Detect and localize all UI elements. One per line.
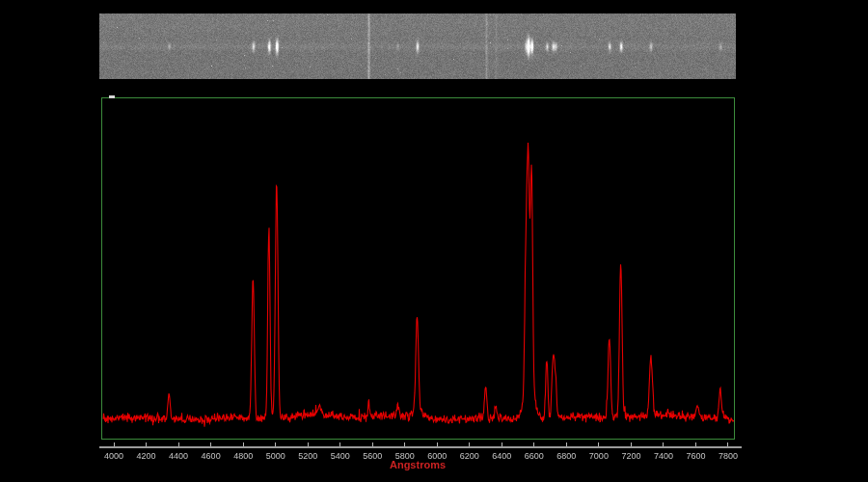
- x-tick-label-4000: 4000: [97, 451, 130, 461]
- x-tick-5000: [275, 442, 276, 446]
- x-axis-title: Angstroms: [369, 459, 466, 470]
- x-tick-label-6600: 6600: [518, 451, 551, 461]
- x-tick-4200: [146, 442, 147, 446]
- x-tick-label-7600: 7600: [679, 451, 712, 461]
- x-tick-label-4200: 4200: [130, 451, 163, 461]
- x-tick-6600: [533, 442, 534, 446]
- x-tick-label-7000: 7000: [583, 451, 615, 461]
- x-tick-4400: [178, 442, 179, 446]
- x-tick-4800: [243, 442, 244, 446]
- x-tick-6800: [566, 442, 567, 446]
- x-tick-label-5400: 5400: [324, 451, 357, 461]
- x-tick-label-4800: 4800: [227, 451, 259, 461]
- x-tick-label-7200: 7200: [614, 451, 647, 461]
- x-tick-6200: [469, 442, 470, 446]
- x-tick-label-5200: 5200: [291, 451, 324, 461]
- x-tick-4600: [210, 442, 211, 446]
- x-tick-label-4600: 4600: [195, 451, 228, 461]
- spectrum-trace: [103, 143, 734, 427]
- x-tick-5600: [372, 442, 373, 446]
- x-tick-label-6800: 6800: [550, 451, 583, 461]
- x-tick-label-4400: 4400: [162, 451, 195, 461]
- x-tick-7800: [727, 442, 728, 446]
- x-tick-label-7400: 7400: [647, 451, 680, 461]
- x-tick-7200: [631, 442, 632, 446]
- spectroscopy-app-screen: 4000420044004600480050005200540056005800…: [0, 0, 868, 482]
- x-tick-7000: [598, 442, 599, 446]
- x-tick-6400: [502, 442, 502, 446]
- x-tick-6000: [437, 442, 438, 446]
- x-tick-label-7800: 7800: [712, 451, 745, 461]
- x-tick-5400: [339, 442, 340, 446]
- x-tick-label-5000: 5000: [259, 451, 292, 461]
- x-tick-5800: [404, 442, 405, 446]
- x-axis-line: [99, 446, 742, 448]
- x-tick-5200: [308, 442, 309, 446]
- x-tick-label-6400: 6400: [485, 451, 518, 461]
- x-tick-4000: [114, 442, 115, 446]
- x-tick-7600: [695, 442, 696, 446]
- spectrum-plot: [0, 0, 868, 482]
- x-tick-7400: [663, 442, 664, 446]
